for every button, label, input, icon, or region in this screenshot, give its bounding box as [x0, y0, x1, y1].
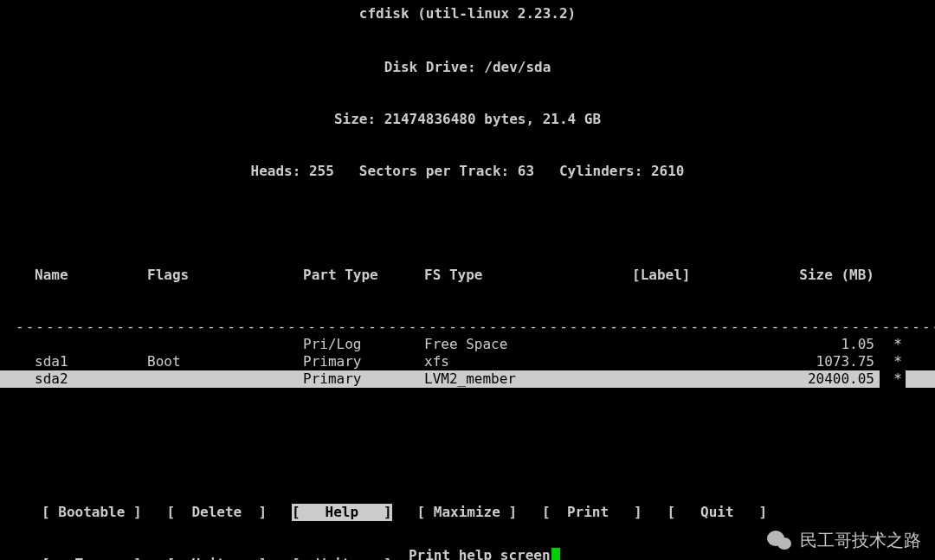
quit-button[interactable]: [ Quit ] [667, 504, 768, 521]
row-size: 1073.75 [736, 353, 874, 370]
row-star: * [880, 336, 906, 353]
row-size: 1.05 [736, 336, 874, 353]
print-button[interactable]: [ Print ] [542, 504, 642, 521]
col-size: Size (MB) [736, 267, 878, 284]
col-fstype: FS Type [424, 267, 632, 284]
delete-button[interactable]: [ Delete ] [167, 504, 268, 521]
partition-row[interactable]: sda2PrimaryLVM2_member20400.05* [0, 370, 935, 388]
header-divider: ----------------------------------------… [0, 319, 935, 336]
col-name: Name [35, 267, 147, 284]
partition-row[interactable]: Pri/LogFree Space1.05* [0, 336, 935, 353]
row-size: 20400.05 [736, 370, 874, 388]
row-star: * [880, 370, 906, 388]
maximize-button[interactable]: [ Maximize ] [417, 504, 518, 521]
wechat-icon [767, 529, 793, 551]
app-title: cfdisk (util-linux 2.23.2) [0, 5, 935, 23]
help-button[interactable]: [ Help ] [292, 504, 392, 521]
col-ptype: Part Type [303, 267, 424, 284]
cursor-icon [551, 548, 560, 560]
disk-geom-line: Heads: 255 Sectors per Track: 63 Cylinde… [0, 163, 935, 180]
row-fstype: Free Space [424, 336, 632, 353]
disk-size-line: Size: 21474836480 bytes, 21.4 GB [0, 111, 935, 128]
watermark: 民工哥技术之路 [767, 529, 921, 551]
watermark-text: 民工哥技术之路 [800, 530, 921, 551]
row-fstype: LVM2_member [424, 370, 632, 388]
menu-row-1: [ Bootable ] [ Delete ] [ Help ] [ Maxim… [42, 504, 935, 521]
row-name: sda2 [35, 370, 147, 388]
disk-drive-line: Disk Drive: /dev/sda [0, 59, 935, 76]
row-star: * [880, 353, 906, 370]
bootable-button[interactable]: [ Bootable ] [42, 504, 142, 521]
row-ptype: Primary [303, 353, 424, 370]
row-ptype: Pri/Log [303, 336, 424, 353]
column-headers: Name Flags Part Type FS Type [Label] Siz… [0, 232, 935, 319]
row-ptype: Primary [303, 370, 424, 388]
partition-row[interactable]: sda1BootPrimaryxfs1073.75* [0, 353, 935, 370]
col-flags: Flags [147, 267, 303, 284]
partition-table[interactable]: Pri/LogFree Space1.05*sda1BootPrimaryxfs… [0, 336, 935, 388]
col-label: [Label] [632, 267, 736, 284]
row-name: sda1 [35, 353, 147, 370]
row-fstype: xfs [424, 353, 632, 370]
row-flags: Boot [147, 353, 303, 370]
